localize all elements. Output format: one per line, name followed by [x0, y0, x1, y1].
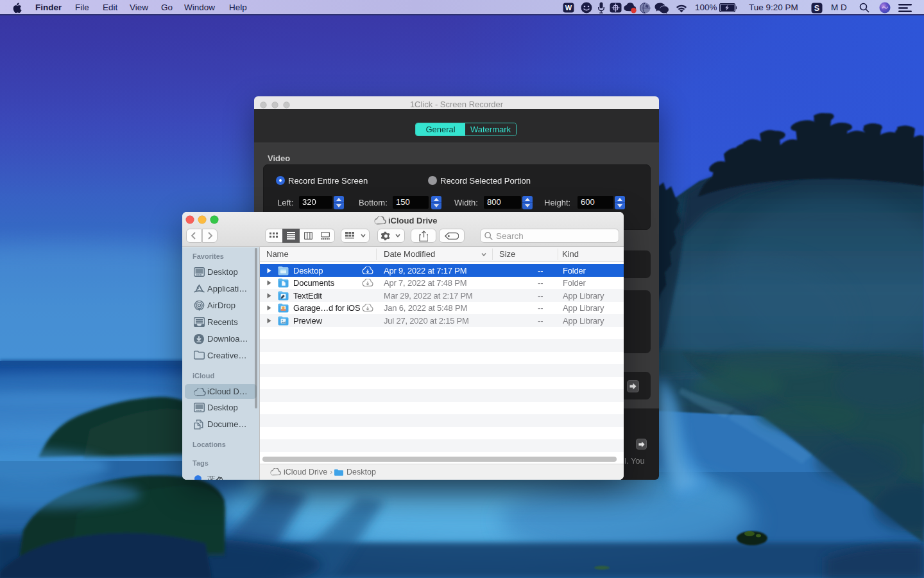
svg-text:S: S [814, 4, 819, 13]
svg-text:W: W [565, 4, 572, 12]
